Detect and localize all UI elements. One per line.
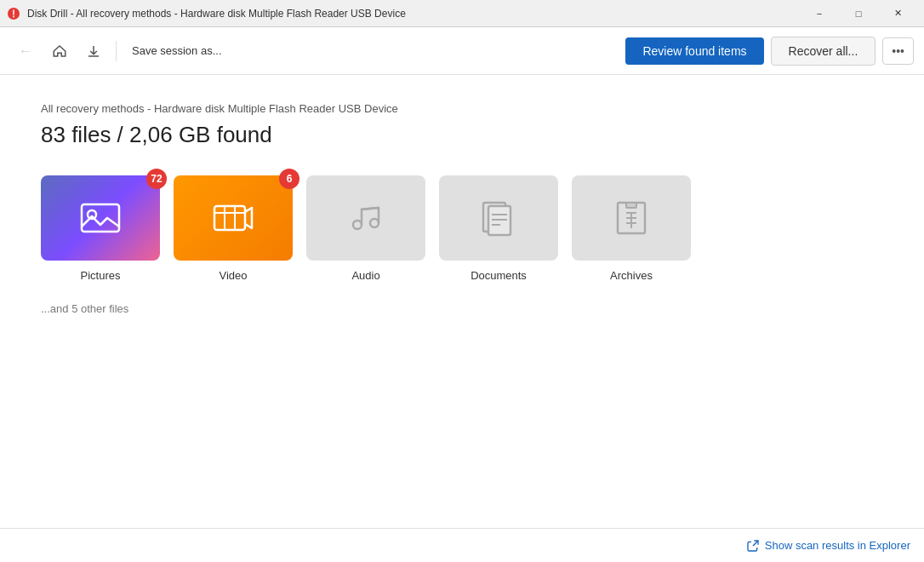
review-found-items-button[interactable]: Review found items [625,37,763,65]
pictures-label: Pictures [81,269,121,282]
archives-icon-wrap [572,175,691,261]
audio-label: Audio [351,269,379,282]
breadcrumb: All recovery methods - Hardware disk Mul… [41,102,883,115]
pictures-badge: 72 [146,169,167,189]
pictures-card[interactable]: 72 Pictures [41,175,160,282]
recover-all-button[interactable]: Recover all... [771,37,876,66]
title-bar: Disk Drill - All recovery methods - Hard… [0,0,924,27]
back-button[interactable]: ← [10,36,41,66]
audio-card[interactable]: Audio [306,175,425,282]
save-session-label: Save session as... [132,44,222,57]
svg-rect-3 [214,206,245,230]
video-card[interactable]: 6 Video [174,175,293,282]
pictures-icon-wrap: 72 [41,175,160,261]
app-icon [7,7,20,20]
main-content: All recovery methods - Hardware disk Mul… [0,75,924,528]
svg-point-8 [370,219,379,227]
title-bar-text: Disk Drill - All recovery methods - Hard… [27,8,800,20]
close-button[interactable]: ✕ [878,0,917,27]
more-dots: ••• [892,44,904,58]
archives-card[interactable]: Archives [572,175,691,282]
svg-line-9 [362,208,379,209]
footer: Show scan results in Explorer [0,528,924,562]
page-title: 83 files / 2,06 GB found [41,122,883,148]
save-session-button[interactable]: Save session as... [123,39,231,62]
video-badge: 6 [279,169,299,189]
footer-link-label: Show scan results in Explorer [765,539,910,552]
toolbar-right: Review found items Recover all... ••• [625,37,914,66]
svg-rect-1 [82,204,119,232]
documents-label: Documents [471,269,527,282]
toolbar-separator [116,41,117,61]
home-button[interactable] [44,36,75,66]
archives-label: Archives [610,269,653,282]
toolbar: ← Save session as... Review found items … [0,27,924,75]
video-label: Video [219,269,247,282]
video-icon-wrap: 6 [174,175,293,261]
more-options-button[interactable]: ••• [882,37,914,65]
show-scan-results-link[interactable]: Show scan results in Explorer [746,539,910,553]
maximize-button[interactable]: □ [839,0,878,27]
other-files-text: ...and 5 other files [41,302,883,315]
cards-container: 72 Pictures 6 Video [41,175,883,282]
documents-card[interactable]: Documents [439,175,558,282]
download-button[interactable] [78,36,109,66]
minimize-button[interactable]: − [800,0,839,27]
audio-icon-wrap [306,175,425,261]
documents-icon-wrap [439,175,558,261]
svg-rect-16 [626,203,636,208]
title-bar-controls: − □ ✕ [800,0,917,27]
svg-point-7 [353,221,362,229]
